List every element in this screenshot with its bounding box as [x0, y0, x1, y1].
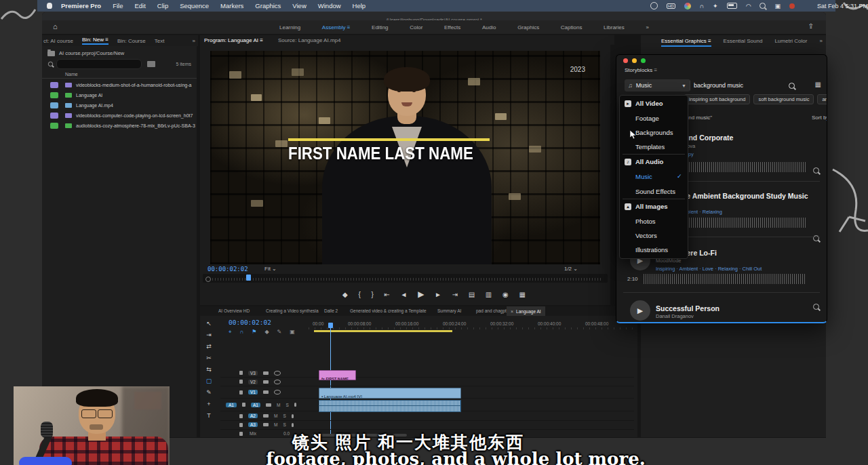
bluetooth-icon[interactable]: ✦ [713, 3, 718, 9]
hand-tool[interactable]: + [207, 401, 210, 407]
color-wheel-icon[interactable] [684, 3, 691, 9]
track-a3[interactable]: A3 [248, 422, 258, 427]
label-chip[interactable] [50, 82, 58, 88]
minimize-window-button[interactable] [632, 58, 637, 63]
sequence-tab[interactable]: Generated video & creating a Template [350, 308, 427, 313]
menu-sequence[interactable]: Sequence [180, 2, 209, 9]
mark-out-button[interactable]: } [371, 291, 373, 298]
headphones-icon[interactable]: ∩ [700, 3, 704, 9]
nest-toggle-icon[interactable]: ⌖ [229, 329, 232, 336]
mute-button[interactable]: M [274, 422, 277, 427]
toggle-track-output-icon[interactable] [274, 371, 281, 376]
audio-clip-right[interactable] [319, 405, 461, 412]
label-chip[interactable] [50, 123, 58, 129]
storyblocks-panel-tab[interactable]: Storyblocks [625, 67, 652, 73]
lock-icon[interactable] [239, 423, 243, 427]
add-marker-button[interactable]: ◆ [342, 291, 348, 298]
webcam-badge[interactable] [19, 457, 72, 465]
menu-help[interactable]: Help [353, 2, 366, 9]
playback-resolution-select[interactable]: 1/2 ⌄ [564, 266, 578, 272]
solo-button[interactable]: S [285, 403, 288, 407]
menu-file[interactable]: File [113, 2, 123, 9]
workspace-tab-editing[interactable]: Editing [372, 24, 388, 31]
result-title[interactable]: Successful Person [656, 304, 719, 312]
file-row[interactable]: audioblocks-cozy-atmosphere-78-mix_B6rLv… [42, 121, 197, 131]
step-forward-button[interactable]: ► [435, 291, 441, 298]
mix-gain-value[interactable]: 0.0 [283, 431, 290, 436]
workspace-tab-assembly[interactable]: Assembly ≡ [322, 24, 351, 31]
menu-view[interactable]: View [292, 2, 306, 9]
menu-item-vectors[interactable]: Vectors [635, 232, 657, 239]
linked-selection-icon[interactable]: ⚑ [252, 329, 256, 336]
workspace-tab-libraries[interactable]: Libraries [604, 24, 625, 31]
menu-edit[interactable]: Edit [134, 2, 145, 9]
sync-lock-icon[interactable] [263, 380, 269, 384]
track-select-tool[interactable]: ⇥ [206, 331, 212, 338]
menu-premiere-pro[interactable]: Premiere Pro [61, 2, 101, 9]
snap-toggle-icon[interactable]: ∩ [240, 329, 244, 336]
hd-icon[interactable]: HD [667, 3, 675, 9]
file-name[interactable]: audioblocks-cozy-atmosphere-78-mix_B6rLv… [76, 123, 195, 128]
go-to-out-button[interactable]: ⇥ [452, 291, 458, 298]
sync-lock-icon[interactable] [263, 371, 269, 375]
apple-icon[interactable] [47, 3, 52, 9]
label-chip[interactable] [50, 113, 58, 119]
close-window-button[interactable] [623, 58, 628, 63]
find-similar-icon[interactable] [813, 167, 819, 174]
battery-icon[interactable] [727, 3, 737, 9]
sequence-tab[interactable]: AI Overview HD [218, 308, 250, 313]
extract-button[interactable]: ▥ [486, 291, 492, 298]
pen-tool[interactable]: ✎ [206, 389, 212, 396]
program-scrubber[interactable] [203, 274, 608, 283]
mute-button[interactable]: M [277, 403, 280, 407]
bin-new-tab[interactable]: Bin: New ≡ [82, 37, 108, 45]
sequence-tab[interactable]: Creating a Video synthesia [266, 308, 319, 313]
lock-icon[interactable] [239, 432, 243, 436]
lumetri-color-tab[interactable]: Lumetri Color [774, 38, 807, 47]
storyblocks-search-input[interactable] [692, 79, 789, 92]
menu-window[interactable]: Window [318, 2, 341, 9]
toggle-track-output-icon[interactable] [274, 390, 281, 395]
track-v2[interactable]: V2 [248, 380, 258, 384]
ripple-edit-tool[interactable]: ⇄ [206, 343, 212, 350]
result-item[interactable]: ▶ Background Corporate nova Happy [616, 55, 827, 67]
program-timecode[interactable]: 00:00:02:02 [208, 266, 248, 272]
home-icon[interactable]: ⌂ [53, 22, 58, 31]
right-tabs-overflow[interactable]: » [819, 38, 822, 47]
spotlight-search-icon[interactable] [760, 3, 766, 9]
go-to-in-button[interactable]: ⇤ [384, 291, 389, 298]
zoom-window-button[interactable] [641, 58, 646, 63]
lift-button[interactable]: ▤ [469, 291, 475, 298]
toggle-track-output-icon[interactable] [274, 380, 281, 384]
sync-lock-icon[interactable] [266, 403, 271, 407]
rect-tool[interactable]: ▢ [206, 378, 212, 384]
track-v3[interactable]: V3 [248, 371, 258, 376]
find-similar-icon[interactable] [813, 304, 819, 310]
file-row[interactable]: Language AI [42, 90, 197, 100]
file-row[interactable]: videoblocks-computer-code-playing-on-lcd… [42, 110, 197, 121]
program-tab[interactable]: Program: Language AI ≡ [204, 37, 263, 43]
add-marker-icon[interactable]: ◆ [264, 329, 269, 336]
menu-clip[interactable]: Clip [157, 2, 168, 9]
sequence-tab-label[interactable]: Language AI [516, 309, 541, 314]
suggestion-chip[interactable]: ar [817, 94, 827, 104]
window-titlebar[interactable]: /Users/jinghung/Downloads/AI course.prpr… [42, 12, 826, 20]
workspace-tab-effects[interactable]: Effects [444, 24, 460, 31]
video-clip[interactable]: ▪ Language AI.mp4 [V] [319, 388, 461, 399]
sort-control[interactable]: Sort by [812, 115, 827, 121]
sequence-tab[interactable]: Summary AI [437, 308, 461, 313]
file-row[interactable]: Language AI.mp4 [42, 100, 197, 110]
program-playhead[interactable] [246, 275, 251, 281]
sequence-tab[interactable]: Dalle 2 [324, 308, 338, 313]
project-search-input[interactable] [56, 59, 142, 69]
track-v1[interactable]: V1 [248, 390, 258, 395]
control-center-icon[interactable]: ▣ [774, 3, 781, 9]
menu-graphics[interactable]: Graphics [255, 2, 281, 9]
menu-item-illustrations[interactable]: Illustrations [635, 246, 668, 254]
source-patch-a1[interactable]: A1 [226, 403, 237, 407]
menu-markers[interactable]: Markers [220, 2, 243, 9]
sequence-tab-active[interactable]: × Language AI [507, 306, 545, 316]
suggestion-chip[interactable]: soft background music [753, 94, 814, 104]
screen-record-icon[interactable] [650, 2, 658, 9]
timeline-settings-icon[interactable]: ✎ [277, 329, 282, 336]
